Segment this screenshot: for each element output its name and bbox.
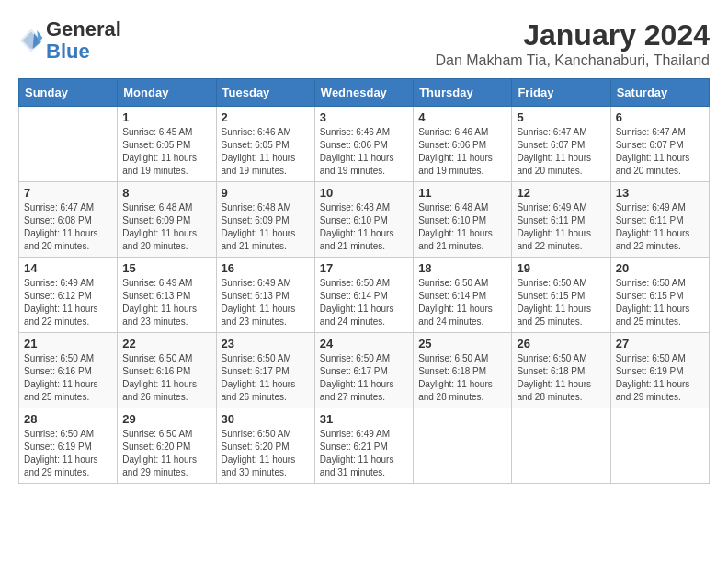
day-info: Sunrise: 6:49 AMSunset: 6:13 PMDaylight:…: [122, 277, 210, 328]
day-info: Sunrise: 6:49 AMSunset: 6:11 PMDaylight:…: [616, 201, 704, 253]
day-info: Sunrise: 6:46 AMSunset: 6:05 PMDaylight:…: [222, 126, 310, 178]
calendar-cell: [19, 107, 118, 182]
calendar-cell: 1Sunrise: 6:45 AMSunset: 6:05 PMDaylight…: [118, 107, 216, 182]
calendar-cell: 22Sunrise: 6:50 AMSunset: 6:16 PMDayligh…: [118, 333, 216, 408]
day-info: Sunrise: 6:50 AMSunset: 6:20 PMDaylight:…: [222, 428, 310, 479]
calendar-cell: 12Sunrise: 6:49 AMSunset: 6:11 PMDayligh…: [512, 182, 610, 258]
logo-line1: General: [46, 17, 121, 40]
day-info: Sunrise: 6:49 AMSunset: 6:13 PMDaylight:…: [222, 277, 310, 328]
calendar-cell: [414, 408, 512, 484]
calendar-week-row: 7Sunrise: 6:47 AMSunset: 6:08 PMDaylight…: [19, 182, 710, 258]
day-number: 21: [24, 337, 112, 350]
day-info: Sunrise: 6:50 AMSunset: 6:17 PMDaylight:…: [320, 352, 408, 404]
day-number: 28: [24, 412, 112, 426]
calendar-subtitle: Dan Makham Tia, Kanchanaburi, Thailand: [435, 52, 710, 69]
day-number: 16: [222, 261, 310, 275]
calendar-cell: [610, 408, 709, 484]
logo: General Blue: [18, 18, 121, 63]
day-number: 31: [320, 412, 408, 426]
day-number: 15: [122, 261, 210, 275]
day-number: 26: [517, 337, 605, 350]
day-number: 18: [418, 261, 506, 275]
day-info: Sunrise: 6:50 AMSunset: 6:16 PMDaylight:…: [122, 352, 210, 404]
calendar-cell: 23Sunrise: 6:50 AMSunset: 6:17 PMDayligh…: [216, 333, 314, 408]
page-header: General Blue January 2024 Dan Makham Tia…: [18, 18, 710, 69]
calendar-cell: 5Sunrise: 6:47 AMSunset: 6:07 PMDaylight…: [512, 107, 610, 182]
day-number: 5: [517, 110, 605, 124]
calendar-cell: 31Sunrise: 6:49 AMSunset: 6:21 PMDayligh…: [314, 408, 413, 484]
logo-icon: [18, 28, 44, 53]
calendar-cell: 25Sunrise: 6:50 AMSunset: 6:18 PMDayligh…: [414, 333, 512, 408]
day-info: Sunrise: 6:50 AMSunset: 6:15 PMDaylight:…: [517, 277, 605, 328]
calendar-cell: 7Sunrise: 6:47 AMSunset: 6:08 PMDaylight…: [19, 182, 118, 258]
day-number: 19: [517, 261, 605, 275]
day-info: Sunrise: 6:50 AMSunset: 6:14 PMDaylight:…: [418, 277, 506, 328]
day-info: Sunrise: 6:48 AMSunset: 6:09 PMDaylight:…: [122, 201, 210, 253]
calendar-week-row: 21Sunrise: 6:50 AMSunset: 6:16 PMDayligh…: [19, 333, 710, 408]
calendar-cell: 10Sunrise: 6:48 AMSunset: 6:10 PMDayligh…: [314, 182, 413, 258]
day-info: Sunrise: 6:50 AMSunset: 6:19 PMDaylight:…: [24, 428, 112, 479]
header-cell-sunday: Sunday: [19, 79, 118, 107]
logo-text: General Blue: [46, 18, 121, 63]
calendar-cell: 14Sunrise: 6:49 AMSunset: 6:12 PMDayligh…: [19, 258, 118, 333]
header-cell-wednesday: Wednesday: [314, 79, 413, 107]
day-number: 29: [122, 412, 210, 426]
calendar-cell: 21Sunrise: 6:50 AMSunset: 6:16 PMDayligh…: [19, 333, 118, 408]
day-info: Sunrise: 6:46 AMSunset: 6:06 PMDaylight:…: [320, 126, 408, 178]
day-info: Sunrise: 6:49 AMSunset: 6:12 PMDaylight:…: [24, 277, 112, 328]
header-row: SundayMondayTuesdayWednesdayThursdayFrid…: [19, 79, 710, 107]
calendar-cell: 20Sunrise: 6:50 AMSunset: 6:15 PMDayligh…: [610, 258, 709, 333]
header-cell-saturday: Saturday: [610, 79, 709, 107]
day-info: Sunrise: 6:45 AMSunset: 6:05 PMDaylight:…: [122, 126, 210, 178]
calendar-cell: 15Sunrise: 6:49 AMSunset: 6:13 PMDayligh…: [118, 258, 216, 333]
day-info: Sunrise: 6:48 AMSunset: 6:09 PMDaylight:…: [222, 201, 310, 253]
header-cell-thursday: Thursday: [414, 79, 512, 107]
calendar-cell: 19Sunrise: 6:50 AMSunset: 6:15 PMDayligh…: [512, 258, 610, 333]
day-number: 23: [222, 337, 310, 350]
calendar-cell: 3Sunrise: 6:46 AMSunset: 6:06 PMDaylight…: [314, 107, 413, 182]
day-number: 6: [616, 110, 704, 124]
calendar-cell: 4Sunrise: 6:46 AMSunset: 6:06 PMDaylight…: [414, 107, 512, 182]
day-info: Sunrise: 6:50 AMSunset: 6:17 PMDaylight:…: [222, 352, 310, 404]
calendar-cell: 11Sunrise: 6:48 AMSunset: 6:10 PMDayligh…: [414, 182, 512, 258]
day-info: Sunrise: 6:48 AMSunset: 6:10 PMDaylight:…: [418, 201, 506, 253]
header-cell-friday: Friday: [512, 79, 610, 107]
calendar-table: SundayMondayTuesdayWednesdayThursdayFrid…: [18, 78, 710, 484]
calendar-cell: 17Sunrise: 6:50 AMSunset: 6:14 PMDayligh…: [314, 258, 413, 333]
calendar-week-row: 1Sunrise: 6:45 AMSunset: 6:05 PMDaylight…: [19, 107, 710, 182]
calendar-cell: 30Sunrise: 6:50 AMSunset: 6:20 PMDayligh…: [216, 408, 314, 484]
calendar-cell: 27Sunrise: 6:50 AMSunset: 6:19 PMDayligh…: [610, 333, 709, 408]
day-info: Sunrise: 6:50 AMSunset: 6:19 PMDaylight:…: [616, 352, 704, 404]
day-info: Sunrise: 6:49 AMSunset: 6:21 PMDaylight:…: [320, 428, 408, 479]
calendar-cell: 8Sunrise: 6:48 AMSunset: 6:09 PMDaylight…: [118, 182, 216, 258]
day-number: 3: [320, 110, 408, 124]
day-info: Sunrise: 6:49 AMSunset: 6:11 PMDaylight:…: [517, 201, 605, 253]
day-number: 7: [24, 186, 112, 200]
calendar-cell: 24Sunrise: 6:50 AMSunset: 6:17 PMDayligh…: [314, 333, 413, 408]
day-number: 14: [24, 261, 112, 275]
header-cell-tuesday: Tuesday: [216, 79, 314, 107]
day-info: Sunrise: 6:50 AMSunset: 6:18 PMDaylight:…: [418, 352, 506, 404]
day-number: 27: [616, 337, 704, 350]
calendar-cell: 16Sunrise: 6:49 AMSunset: 6:13 PMDayligh…: [216, 258, 314, 333]
day-info: Sunrise: 6:47 AMSunset: 6:07 PMDaylight:…: [616, 126, 704, 178]
day-number: 11: [418, 186, 506, 200]
day-number: 1: [122, 110, 210, 124]
calendar-title: January 2024: [435, 18, 710, 52]
day-number: 20: [616, 261, 704, 275]
calendar-cell: 18Sunrise: 6:50 AMSunset: 6:14 PMDayligh…: [414, 258, 512, 333]
calendar-cell: 6Sunrise: 6:47 AMSunset: 6:07 PMDaylight…: [610, 107, 709, 182]
day-info: Sunrise: 6:50 AMSunset: 6:16 PMDaylight:…: [24, 352, 112, 404]
day-info: Sunrise: 6:50 AMSunset: 6:15 PMDaylight:…: [616, 277, 704, 328]
day-number: 9: [222, 186, 310, 200]
calendar-cell: 9Sunrise: 6:48 AMSunset: 6:09 PMDaylight…: [216, 182, 314, 258]
calendar-cell: 29Sunrise: 6:50 AMSunset: 6:20 PMDayligh…: [118, 408, 216, 484]
logo-line2: Blue: [46, 40, 90, 63]
calendar-cell: [512, 408, 610, 484]
calendar-cell: 26Sunrise: 6:50 AMSunset: 6:18 PMDayligh…: [512, 333, 610, 408]
calendar-week-row: 28Sunrise: 6:50 AMSunset: 6:19 PMDayligh…: [19, 408, 710, 484]
day-number: 2: [222, 110, 310, 124]
title-block: January 2024 Dan Makham Tia, Kanchanabur…: [435, 18, 710, 69]
day-number: 10: [320, 186, 408, 200]
calendar-week-row: 14Sunrise: 6:49 AMSunset: 6:12 PMDayligh…: [19, 258, 710, 333]
